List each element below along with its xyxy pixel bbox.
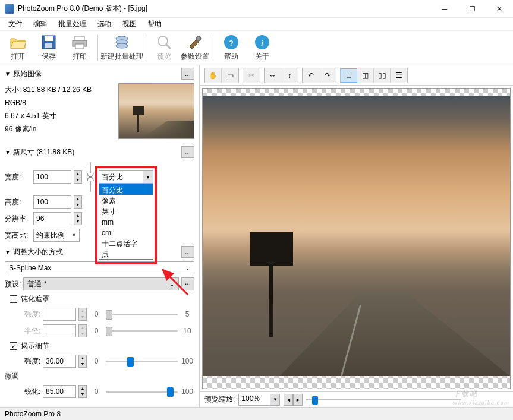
unsharp-checkbox[interactable] xyxy=(10,295,17,303)
radius-slider[interactable] xyxy=(106,325,178,337)
marquee-tool[interactable]: ▭ xyxy=(222,68,238,83)
maximize-button[interactable]: ☐ xyxy=(458,0,486,18)
section-newsize-header[interactable]: ▼ 新尺寸 (811.88 KB) ... xyxy=(0,144,199,160)
menu-help[interactable]: 帮助 xyxy=(143,18,166,30)
menu-options[interactable]: 选项 xyxy=(93,18,117,30)
menu-view[interactable]: 视图 xyxy=(118,18,141,30)
width-spinner[interactable]: ▲▼ xyxy=(74,170,82,184)
menu-edit[interactable]: 编辑 xyxy=(29,18,52,30)
preview-button[interactable]: 预览 xyxy=(149,32,180,64)
detail-intensity-input[interactable] xyxy=(43,355,76,368)
rotate-right-button[interactable]: ↷ xyxy=(319,68,336,83)
svg-text:?: ? xyxy=(229,39,233,48)
flip-v-icon: ↕ xyxy=(288,71,291,80)
original-more-button[interactable]: ... xyxy=(181,68,194,80)
sharpen-input[interactable] xyxy=(43,385,76,398)
aspect-select[interactable]: 约束比例 ▼ xyxy=(33,229,80,242)
preset-label: 预设: xyxy=(5,279,21,289)
batch-icon xyxy=(114,34,130,50)
fine-tune-label: 微调 xyxy=(5,371,19,381)
zoom-slider[interactable] xyxy=(306,394,461,406)
rotate-left-icon: ↶ xyxy=(308,71,314,80)
new-batch-button[interactable]: 新建批量处理 xyxy=(100,32,143,64)
save-button[interactable]: 保存 xyxy=(33,32,64,64)
width-input[interactable] xyxy=(33,170,71,184)
view-stack-button[interactable]: ☰ xyxy=(391,68,407,83)
collapse-icon: ▼ xyxy=(5,71,11,77)
thumbnail[interactable] xyxy=(118,83,194,139)
chevron-down-icon: ▼ xyxy=(71,232,77,238)
intensity-input[interactable] xyxy=(43,308,76,321)
flip-v-button[interactable]: ↕ xyxy=(281,68,298,83)
window-title: PhotoZoom Pro 8.0 (Demo 版本) - [5.jpg] xyxy=(18,4,431,14)
link-icon[interactable] xyxy=(86,162,95,192)
open-button[interactable]: 打开 xyxy=(2,32,33,64)
printer-icon xyxy=(71,34,88,50)
detail-intensity-slider[interactable] xyxy=(106,355,178,367)
method-more-button[interactable]: ... xyxy=(181,246,194,258)
menu-file[interactable]: 文件 xyxy=(4,18,27,30)
menu-batch[interactable]: 批量处理 xyxy=(53,18,92,30)
zoom-next-button[interactable]: ► xyxy=(293,394,303,406)
collapse-icon: ▼ xyxy=(5,249,11,255)
width-label: 宽度: xyxy=(5,172,31,182)
unit-option-point[interactable]: 点 xyxy=(99,248,153,259)
detail-checkbox[interactable]: ✓ xyxy=(10,342,17,350)
sharpen-slider[interactable] xyxy=(106,386,178,397)
unit-option-percent[interactable]: 百分比 xyxy=(99,184,153,195)
about-button[interactable]: i 关于 xyxy=(247,32,278,64)
detail-intensity-spinner[interactable]: ▲▼ xyxy=(78,355,87,368)
height-label: 高度: xyxy=(5,197,31,207)
radius-spinner[interactable]: ▲▼ xyxy=(78,324,87,337)
preview-area[interactable] xyxy=(202,88,511,389)
help-icon: ? xyxy=(223,34,240,50)
unit-option-inch[interactable]: 英寸 xyxy=(99,206,153,216)
rotate-left-button[interactable]: ↶ xyxy=(303,68,319,83)
print-button[interactable]: 打印 xyxy=(64,32,95,64)
height-input[interactable] xyxy=(33,195,71,209)
unit-option-mm[interactable]: mm xyxy=(99,216,153,227)
height-spinner[interactable]: ▲▼ xyxy=(74,195,82,209)
view-single-button[interactable]: □ xyxy=(341,68,357,83)
svg-rect-5 xyxy=(75,44,84,49)
preset-select[interactable]: 普通 * ⌄ xyxy=(23,277,179,290)
newsize-more-button[interactable]: ... xyxy=(181,146,194,158)
zoom-prev-button[interactable]: ◄ xyxy=(284,394,293,406)
marquee-icon: ▭ xyxy=(227,71,234,80)
help-button[interactable]: ? 帮助 xyxy=(216,32,247,64)
chevron-down-icon: ⌄ xyxy=(185,265,190,271)
unsharp-label: 钝化遮罩 xyxy=(21,294,49,304)
crop-tool[interactable]: ✂ xyxy=(243,68,260,83)
app-icon xyxy=(5,4,14,14)
preview-image xyxy=(203,96,510,376)
view-split-button[interactable]: ◫ xyxy=(357,68,374,83)
intensity-spinner[interactable]: ▲▼ xyxy=(78,308,87,321)
unit-option-pica[interactable]: 十二点活字 xyxy=(99,238,153,248)
tools-icon xyxy=(187,34,203,50)
intensity-slider[interactable] xyxy=(106,308,178,320)
section-original-header[interactable]: ▼ 原始图像 ... xyxy=(0,65,199,82)
unit-select[interactable]: 百分比 ▼ xyxy=(99,170,153,184)
view-sidebyside-button[interactable]: ▯▯ xyxy=(374,68,391,83)
resolution-spinner[interactable]: ▲▼ xyxy=(74,212,82,225)
zoom-select[interactable]: 100% ▼ xyxy=(238,394,280,406)
status-bar: PhotoZoom Pro 8 xyxy=(0,407,513,420)
minimize-button[interactable]: ─ xyxy=(431,0,458,18)
unit-option-cm[interactable]: cm xyxy=(99,227,153,238)
svg-rect-2 xyxy=(45,43,52,48)
preset-more-button[interactable]: ... xyxy=(181,277,194,290)
resolution-input[interactable] xyxy=(33,212,71,225)
algorithm-select[interactable]: S-Spline Max ⌄ xyxy=(5,261,194,274)
settings-button[interactable]: 参数设置 xyxy=(180,32,210,64)
flip-h-button[interactable]: ↔ xyxy=(265,68,281,83)
sharpen-spinner[interactable]: ▲▼ xyxy=(78,385,87,398)
watermark: 下载吧 www.xiazaiba.com xyxy=(453,383,509,406)
unit-option-pixel[interactable]: 像素 xyxy=(99,195,153,206)
chevron-down-icon: ▼ xyxy=(143,171,153,183)
svg-rect-3 xyxy=(75,36,84,40)
hand-tool[interactable]: ✋ xyxy=(205,68,222,83)
status-text: PhotoZoom Pro 8 xyxy=(5,410,61,418)
view-stack-icon: ☰ xyxy=(396,71,402,80)
radius-input[interactable] xyxy=(43,324,76,337)
close-button[interactable]: ✕ xyxy=(486,0,513,18)
